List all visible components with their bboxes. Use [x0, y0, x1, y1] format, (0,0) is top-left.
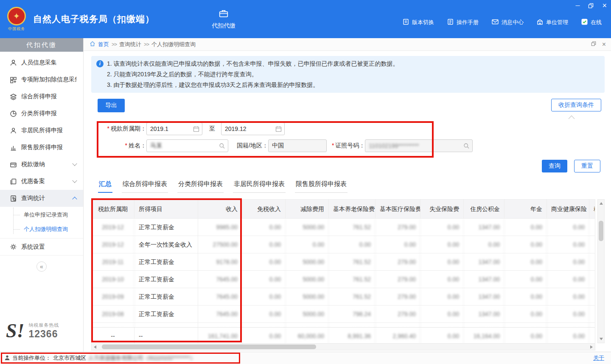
- reset-button[interactable]: 重置: [574, 160, 600, 172]
- version-switch-button[interactable]: 版本切换: [402, 18, 434, 27]
- table-header-cell: 失业保险费: [420, 200, 464, 218]
- sidebar-item-personnel-info[interactable]: 人员信息采集: [0, 54, 83, 71]
- about-link[interactable]: 关于: [593, 354, 604, 362]
- breadcrumb-separator: >>: [144, 42, 149, 47]
- org-management-button[interactable]: 单位管理: [536, 18, 568, 27]
- table-cell: 279.00: [376, 253, 420, 270]
- name-label: *姓名：: [91, 142, 146, 150]
- tab-restricted-stock[interactable]: 限售股所得申报表: [295, 180, 348, 193]
- table-totals-row: ----161,741.000.0060,000.008,991.362,960…: [92, 327, 595, 343]
- table-row[interactable]: 2019-12全年一次性奖金收入27500.000.000.000.000.00…: [92, 236, 595, 253]
- table-cell: 0.00: [547, 219, 589, 236]
- name-input[interactable]: 马某: [146, 139, 228, 152]
- table-cell: 0.00: [242, 236, 286, 253]
- table-cell: 0.00: [547, 323, 589, 327]
- period-end-input[interactable]: 2019.12: [221, 122, 285, 135]
- chevron-up-icon: [72, 197, 77, 201]
- tab-classified-income[interactable]: 分类所得申报表: [177, 180, 224, 193]
- online-check-icon: [581, 18, 588, 27]
- manual-button[interactable]: 操作手册: [447, 18, 479, 27]
- table-row[interactable]: 2019-11正常工资薪金9178.000.005000.00761.52279…: [92, 253, 595, 271]
- query-button[interactable]: 查询: [542, 160, 567, 172]
- close-button[interactable]: ×: [602, 2, 607, 9]
- message-center-button[interactable]: 消息中心: [491, 18, 524, 27]
- sidebar-collapse-button[interactable]: «: [36, 261, 47, 272]
- scroll-right-arrow-icon[interactable]: [590, 345, 593, 349]
- table-header-cell: 基本养老保险费: [329, 200, 376, 218]
- table-header-cell: 商业健康保险: [547, 200, 589, 218]
- table-cell: 正常工资薪金: [135, 219, 198, 236]
- scroll-left-arrow-icon[interactable]: [94, 345, 96, 349]
- collapse-filter-button[interactable]: 收折查询条件: [551, 99, 601, 111]
- sidebar-item-query-statistics[interactable]: 查询统计: [0, 190, 83, 207]
- sidebar-item-special-deduction[interactable]: 专项附加扣除信息采集: [0, 71, 83, 88]
- horizontal-scrollbar[interactable]: [91, 343, 595, 350]
- table-cell: [589, 306, 595, 322]
- tab-nonresident-income[interactable]: 非居民所得申报表: [233, 180, 286, 193]
- online-status[interactable]: 在线: [581, 18, 602, 27]
- table-header-cell: 所得项目: [135, 200, 198, 218]
- breadcrumb: 首页 >> 查询统计 >> 个人扣缴明细查询 ×: [84, 38, 611, 51]
- sidebar-item-tax-payment[interactable]: 税款缴纳: [0, 156, 83, 173]
- panel-close-button[interactable]: ×: [602, 41, 606, 48]
- table-cell: 0.00: [504, 253, 547, 270]
- table-header-cell: 年金: [504, 200, 547, 218]
- horizontal-scroll-thumb[interactable]: [102, 345, 316, 349]
- hotline-label: 纳税服务热线: [28, 322, 59, 328]
- table-row[interactable]: 2019-09正常工资薪金7645.000.005000.00761.52279…: [92, 288, 595, 306]
- copy-icon: [9, 178, 17, 185]
- table-cell: 0.00: [420, 253, 464, 270]
- minimize-button[interactable]: ─: [576, 3, 580, 8]
- header-actions: 版本切换 操作手册 消息中心 单位管理 在线: [402, 11, 602, 27]
- withholding-tab-label: 代扣代缴: [212, 22, 235, 30]
- table-header-cell: 免税收入: [242, 200, 286, 218]
- search-icon[interactable]: [219, 143, 225, 150]
- calendar-icon[interactable]: [193, 126, 199, 133]
- sidebar-header: 代扣代缴: [0, 38, 83, 52]
- vertical-scrollbar[interactable]: [597, 199, 605, 343]
- table-row[interactable]: 2019-08正常工资薪金7645.000.005000.00798.24279…: [92, 306, 595, 323]
- export-button[interactable]: 导出: [98, 99, 125, 112]
- table-cell: 5000.00: [286, 323, 329, 327]
- sidebar-item-classified-income[interactable]: 分类所得申报: [0, 105, 83, 122]
- panel-controls: ×: [591, 41, 606, 48]
- table-cell: 0.00: [242, 323, 286, 327]
- hotline-logo: S!: [6, 322, 24, 339]
- vertical-scroll-thumb[interactable]: [599, 221, 603, 241]
- table-row[interactable]: 2019-12正常工资薪金9985.000.005000.00761.52279…: [92, 219, 595, 236]
- filter-panel-caret-icon: [568, 115, 575, 119]
- sidebar-item-restricted-stock[interactable]: 限售股所得申报: [0, 139, 83, 156]
- table-row[interactable]: 2019-10正常工资薪金7645.000.005000.00761.52279…: [92, 271, 595, 288]
- table-body: 2019-12正常工资薪金9985.000.005000.00761.52279…: [92, 219, 595, 327]
- table-cell: 5000.00: [286, 271, 329, 288]
- table-header-cell: 税: [589, 200, 595, 218]
- notice-line: 2. 只能查询2019年及之后的数据，不能进行跨年度查询。: [107, 69, 399, 80]
- id-number-input[interactable]: 110102199*********: [365, 139, 473, 152]
- table-row-partial[interactable]: 2019-07正常工资薪金7645.000.005000.00761.52279…: [92, 323, 595, 327]
- table-cell: 0.00: [547, 253, 589, 270]
- table-cell: 0.00: [420, 271, 464, 288]
- breadcrumb-home[interactable]: 首页: [98, 41, 109, 48]
- table-cell: [589, 236, 595, 253]
- calendar-icon[interactable]: [275, 126, 282, 133]
- sidebar-item-preferential-record[interactable]: 优惠备案: [0, 173, 83, 190]
- search-icon[interactable]: [463, 143, 470, 150]
- sidebar-item-nonresident-income[interactable]: 非居民所得申报: [0, 122, 83, 139]
- tab-withholding[interactable]: 代扣代缴: [212, 8, 235, 30]
- table-cell: 2019-12: [92, 236, 135, 253]
- tab-summary[interactable]: 汇总: [98, 180, 112, 193]
- scroll-up-arrow-icon[interactable]: [600, 202, 603, 205]
- period-start-input[interactable]: 2019.1: [146, 122, 202, 135]
- sidebar-item-unit-report-query[interactable]: 单位申报记录查询: [0, 208, 83, 222]
- restore-button[interactable]: [588, 3, 594, 8]
- table-cell: 0.00: [376, 236, 420, 253]
- sidebar-item-system-settings[interactable]: 系统设置: [0, 239, 83, 256]
- table-cell: 761.52: [329, 219, 376, 236]
- sidebar-item-personal-withholding-query[interactable]: 个人扣缴明细查询: [0, 222, 83, 236]
- panel-restore-button[interactable]: [591, 41, 596, 47]
- tab-comprehensive-income[interactable]: 综合所得申报表: [122, 180, 168, 193]
- sidebar-item-comprehensive-income[interactable]: 综合所得申报: [0, 88, 83, 105]
- scroll-down-arrow-icon[interactable]: [600, 338, 603, 340]
- window-controls: ─ ×: [576, 2, 607, 9]
- nationality-input[interactable]: 中国: [268, 139, 327, 152]
